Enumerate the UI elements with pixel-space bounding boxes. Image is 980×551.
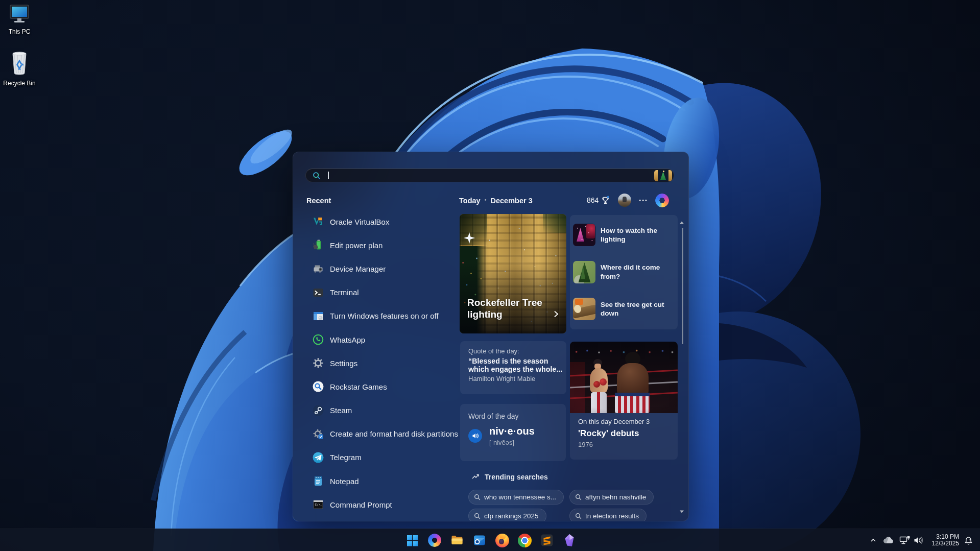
recent-item-windows-features[interactable]: Turn Windows features on or off — [299, 304, 468, 328]
notepad-icon — [312, 475, 324, 487]
search-input[interactable] — [305, 169, 674, 182]
taskbar-app-sublime-text[interactable] — [537, 530, 557, 550]
taskbar-app-start[interactable] — [402, 530, 422, 550]
separator-dot: • — [485, 197, 487, 205]
notification-bell-icon: z — [964, 536, 973, 545]
on-this-day-year: 1976 — [578, 441, 670, 448]
tray-notifications[interactable]: z — [962, 531, 974, 549]
recent-item-rockstar-games[interactable]: Rockstar Games — [299, 375, 468, 398]
whatsapp-icon — [312, 333, 324, 346]
desktop-icon-label: This PC — [0, 28, 39, 35]
search-flyout: Recent Today • December 3 864 ••• Oracle… — [293, 152, 689, 521]
taskbar-app-obsidian[interactable] — [559, 530, 580, 550]
taskbar-app-chrome[interactable] — [514, 530, 535, 550]
taskbar: 3:10 PM 12/3/2025 z — [0, 529, 980, 551]
rockstar-games-icon — [312, 380, 324, 393]
start-icon — [407, 535, 418, 546]
recent-item-whatsapp[interactable]: WhatsApp — [299, 328, 468, 351]
story-item-3[interactable]: See the tree get cut down — [570, 291, 678, 328]
recent-item-steam[interactable]: Steam — [299, 399, 468, 422]
recent-item-terminal[interactable]: Terminal — [299, 281, 468, 304]
rewards-count: 864 — [587, 196, 599, 204]
copilot-icon[interactable] — [655, 194, 669, 207]
desktop-icon-recycle-bin[interactable]: Recycle Bin — [0, 51, 39, 87]
panel-header-actions: 864 ••• — [587, 193, 679, 207]
tray-date: 12/3/2025 — [926, 540, 959, 547]
quote-of-the-day-card[interactable]: Quote of the day: “Blessed is the season… — [460, 341, 566, 394]
scroll-down-arrow[interactable] — [679, 507, 684, 516]
recent-item-power-plan[interactable]: Edit power plan — [299, 233, 468, 257]
taskbar-app-outlook[interactable] — [469, 530, 490, 550]
volume-icon — [914, 536, 923, 544]
recent-item-telegram[interactable]: Telegram — [299, 446, 468, 469]
user-avatar[interactable] — [618, 194, 631, 207]
trending-pill-3[interactable]: cfp rankings 2025 — [468, 509, 546, 521]
trending-pill-2[interactable]: aftyn behn nashville — [569, 490, 654, 505]
news-card-title: Rockefeller Tree lighting — [467, 297, 549, 320]
windows-features-icon — [312, 310, 324, 322]
chrome-icon — [518, 534, 532, 547]
trending-pill-4[interactable]: tn election results — [569, 509, 647, 521]
recent-item-label: Device Manager — [330, 265, 386, 273]
device-manager-icon — [312, 262, 324, 275]
recent-section-title: Recent — [306, 197, 331, 205]
file-explorer-icon — [450, 534, 464, 547]
search-icon — [474, 494, 481, 500]
quote-text: “Blessed is the season which engages the… — [468, 357, 563, 373]
recent-item-label: Command Prompt — [330, 500, 392, 509]
recycle-bin-icon — [10, 68, 29, 77]
tray-expand-button[interactable] — [867, 531, 879, 549]
recent-item-label: Turn Windows features on or off — [330, 312, 439, 320]
taskbar-app-file-explorer[interactable] — [447, 530, 467, 550]
taskbar-clock[interactable]: 3:10 PM 12/3/2025 — [926, 531, 959, 549]
firefox-icon — [495, 534, 509, 547]
tray-volume[interactable] — [912, 531, 925, 549]
trending-pill-label: aftyn behn nashville — [585, 493, 646, 501]
desktop-icon-this-pc[interactable]: This PC — [0, 4, 39, 35]
taskbar-app-firefox[interactable] — [492, 530, 512, 550]
story-item-1[interactable]: How to watch the lighting — [570, 217, 678, 254]
recent-item-virtualbox[interactable]: Oracle VirtualBox — [299, 210, 468, 233]
today-date: December 3 — [490, 197, 532, 205]
outlook-icon — [473, 534, 486, 547]
taskbar-apps — [402, 530, 580, 550]
recent-item-command-prompt[interactable]: C:\_Command Prompt — [299, 493, 468, 516]
search-icon — [474, 513, 481, 519]
disk-partitions-icon — [312, 428, 324, 440]
news-card-rockefeller[interactable]: Rockefeller Tree lighting — [460, 214, 566, 333]
tray-network[interactable] — [898, 531, 912, 549]
on-this-day-card[interactable]: On this day December 3 'Rocky' debuts 19… — [570, 342, 678, 460]
quote-label: Quote of the day: — [468, 347, 563, 355]
scroll-up-arrow[interactable] — [679, 218, 684, 227]
recent-item-label: Terminal — [330, 288, 359, 297]
tray-onedrive[interactable] — [882, 531, 895, 549]
search-icon — [575, 494, 582, 500]
story-item-2[interactable]: Where did it come from? — [570, 254, 678, 291]
recent-list: Oracle VirtualBoxEdit power planDevice M… — [299, 210, 468, 516]
copilot-taskbar-icon — [428, 534, 441, 547]
trending-pill-1[interactable]: who won tennessee s... — [468, 490, 564, 505]
search-highlight-image[interactable] — [654, 170, 672, 181]
recent-item-device-manager[interactable]: Device Manager — [299, 257, 468, 280]
rewards-points[interactable]: 864 — [587, 196, 610, 205]
more-options-button[interactable]: ••• — [639, 197, 648, 203]
trending-pill-label: who won tennessee s... — [484, 493, 556, 501]
recent-item-label: Steam — [330, 406, 352, 415]
pink-lit-tree-thumbnail — [573, 224, 595, 246]
recent-item-settings[interactable]: Settings — [299, 351, 468, 375]
trending-pill-list: who won tennessee s...aftyn behn nashvil… — [468, 490, 654, 521]
recent-item-label: Edit power plan — [330, 241, 383, 250]
recent-item-notepad[interactable]: Notepad — [299, 469, 468, 493]
pronounce-button[interactable] — [468, 429, 482, 443]
svg-text:C:\_: C:\_ — [315, 503, 323, 507]
word-label: Word of the day — [468, 412, 558, 420]
word-of-the-day-card[interactable]: Word of the day niv·e·ous [ˈnivēəs] — [460, 404, 566, 461]
story-list: How to watch the lightingWhere did it co… — [570, 215, 678, 329]
trending-header: Trending searches — [471, 472, 548, 481]
taskbar-app-copilot[interactable] — [424, 530, 445, 550]
recent-item-label: Create and format hard disk partitions — [330, 429, 458, 438]
scrollbar-thumb[interactable] — [682, 228, 683, 344]
chevron-up-icon — [870, 537, 877, 544]
recent-item-disk-partitions[interactable]: Create and format hard disk partitions — [299, 422, 468, 446]
command-prompt-icon: C:\_ — [312, 498, 324, 511]
